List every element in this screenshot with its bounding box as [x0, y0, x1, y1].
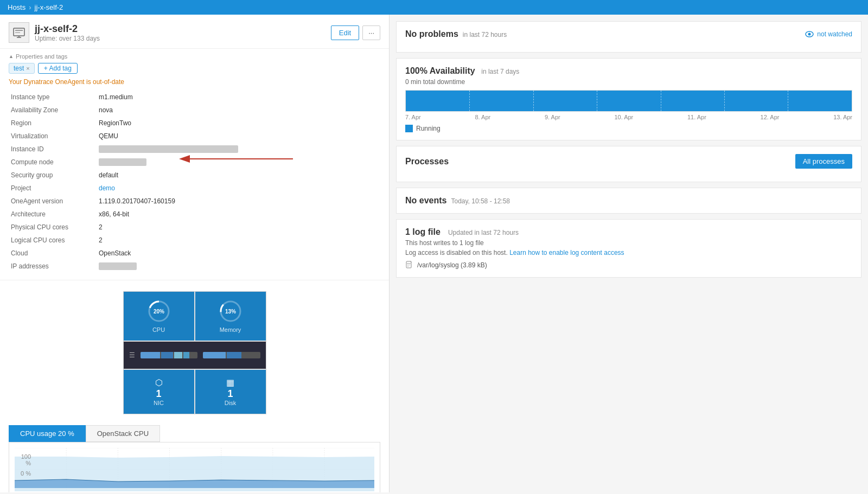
- property-value: 2: [98, 234, 379, 246]
- y-bottom: 0 %: [15, 470, 31, 477]
- avail-dash-2: [533, 91, 534, 111]
- disk-widget[interactable]: ▦ 1 Disk: [195, 370, 266, 414]
- breadcrumb-hosts[interactable]: Hosts: [8, 3, 25, 11]
- property-value: ████████████████████████████c52: [98, 143, 379, 155]
- avail-dash-5: [724, 91, 725, 111]
- property-label: Architecture: [10, 208, 97, 220]
- disk-row-widget[interactable]: ☰: [124, 342, 266, 369]
- disk-count: 1: [227, 389, 233, 399]
- chart-tabs: CPU usage 20 % OpenStack CPU: [9, 425, 380, 442]
- availability-bar-fill: [406, 91, 852, 111]
- eye-icon: [805, 31, 814, 37]
- tab-openstack-cpu[interactable]: OpenStack CPU: [86, 425, 160, 442]
- property-row: Logical CPU cores2: [10, 234, 379, 246]
- main-layout: jj-x-self-2 Uptime: over 133 days Edit ·…: [0, 15, 868, 492]
- avail-date: 11. Apr: [687, 114, 706, 120]
- availability-title: 100% Availability: [405, 66, 475, 75]
- host-title-text: jj-x-self-2 Uptime: over 133 days: [35, 23, 100, 42]
- availability-section: 100% Availability in last 7 days 0 min t…: [396, 58, 861, 140]
- events-subtitle: Today, 10:58 - 12:58: [451, 197, 510, 205]
- problems-subtitle: in last 72 hours: [463, 31, 507, 39]
- more-button[interactable]: ···: [362, 25, 380, 40]
- property-value[interactable]: demo: [98, 182, 379, 194]
- avail-date: 8. Apr: [475, 114, 490, 120]
- svg-rect-27: [406, 266, 409, 267]
- edit-button[interactable]: Edit: [331, 25, 359, 40]
- processes-section: Processes All processes: [396, 146, 861, 182]
- resource-widgets: 20% CPU 13% Memory: [0, 280, 389, 425]
- property-value: ██.██.██.█: [98, 260, 379, 272]
- host-uptime: Uptime: over 133 days: [35, 35, 100, 42]
- property-link[interactable]: demo: [99, 184, 115, 192]
- property-label: Availability Zone: [10, 104, 97, 116]
- property-row: IP addresses██.██.██.█: [10, 260, 379, 272]
- property-label: IP addresses: [10, 260, 97, 272]
- availability-downtime: 0 min total downtime: [405, 78, 852, 86]
- svg-text:20%: 20%: [153, 309, 164, 315]
- memory-circle-icon: 13%: [219, 299, 242, 323]
- properties-section: Properties and tags test × + Add tag You…: [0, 49, 389, 280]
- property-row: Compute nodep████████01: [10, 156, 379, 168]
- all-processes-button[interactable]: All processes: [795, 154, 852, 169]
- problems-title: No problems: [405, 29, 458, 39]
- breadcrumb-current: jj-x-self-2: [35, 3, 63, 11]
- property-value: m1.medium: [98, 91, 379, 103]
- nic-widget[interactable]: ⬡ 1 NIC: [124, 370, 194, 414]
- events-section: No events Today, 10:58 - 12:58: [396, 188, 861, 214]
- svg-rect-26: [406, 265, 410, 266]
- disk-bar: [141, 352, 198, 358]
- processes-title: Processes: [405, 157, 449, 166]
- properties-table: Instance typem1.mediumAvailability Zonen…: [9, 90, 380, 273]
- chart-area: 100 % 0 %: [9, 442, 380, 492]
- avail-date: 9. Apr: [545, 114, 560, 120]
- log-enable-link[interactable]: Learn how to enable log content access: [509, 249, 624, 256]
- avail-date: 7. Apr: [405, 114, 421, 120]
- cpu-widget[interactable]: 20% CPU: [124, 292, 194, 341]
- avail-dash-4: [661, 91, 661, 111]
- availability-dates: 7. Apr8. Apr9. Apr10. Apr11. Apr12. Apr1…: [405, 114, 852, 120]
- tag-remove-icon[interactable]: ×: [26, 65, 29, 72]
- log-file-entry[interactable]: /var/log/syslog (3.89 kB): [405, 261, 852, 270]
- availability-bar: [405, 90, 852, 112]
- avail-date: 12. Apr: [761, 114, 780, 120]
- add-tag-button[interactable]: + Add tag: [38, 63, 78, 74]
- watch-area[interactable]: not watched: [805, 30, 852, 38]
- property-label: Logical CPU cores: [10, 234, 97, 246]
- memory-widget[interactable]: 13% Memory: [195, 292, 266, 341]
- availability-header: 100% Availability in last 7 days: [405, 66, 852, 76]
- left-panel: jj-x-self-2 Uptime: over 133 days Edit ·…: [0, 15, 390, 492]
- svg-rect-1: [15, 30, 23, 31]
- property-label: Virtualization: [10, 130, 97, 142]
- property-value: 2: [98, 221, 379, 233]
- property-label: OneAgent version: [10, 195, 97, 207]
- cpu-chart-svg: [15, 448, 374, 491]
- log-subtitle: Updated in last 72 hours: [448, 229, 519, 236]
- log-title-row: 1 log file Updated in last 72 hours: [405, 227, 852, 237]
- property-row: Availability Zonenova: [10, 104, 379, 116]
- disk-bar-2: [203, 352, 260, 358]
- log-disabled-text: Log access is disabled on this host.: [405, 249, 508, 256]
- avail-date: 10. Apr: [614, 114, 633, 120]
- property-value: 1.119.0.20170407-160159: [98, 195, 379, 207]
- chart-svg-container: [15, 448, 374, 492]
- property-row: Security groupdefault: [10, 169, 379, 181]
- nic-count: 1: [156, 389, 161, 399]
- property-blurred-value: ██.██.██.█: [99, 262, 137, 270]
- running-label: Running: [416, 125, 441, 132]
- processes-header: Processes All processes: [405, 154, 852, 169]
- log-line1: This host writes to 1 log file: [405, 239, 852, 247]
- tab-cpu-usage[interactable]: CPU usage 20 %: [9, 425, 86, 442]
- property-row: Architecturex86, 64-bit: [10, 208, 379, 220]
- svg-text:13%: 13%: [225, 309, 235, 315]
- warning-message: Your Dynatrace OneAgent is out-of-date: [9, 78, 380, 86]
- property-row: CloudOpenStack: [10, 247, 379, 259]
- problems-header: No problems in last 72 hours not watched: [405, 29, 852, 39]
- events-title: No events: [405, 196, 446, 206]
- property-value: p████████01: [98, 156, 379, 168]
- problems-header-left: No problems in last 72 hours: [405, 29, 507, 39]
- property-label: Instance ID: [10, 143, 97, 155]
- svg-point-23: [808, 33, 811, 36]
- svg-rect-2: [15, 32, 20, 33]
- property-blurred-value: p████████01: [99, 158, 146, 166]
- chart-section: CPU usage 20 % OpenStack CPU 100 % 0 %: [0, 425, 389, 492]
